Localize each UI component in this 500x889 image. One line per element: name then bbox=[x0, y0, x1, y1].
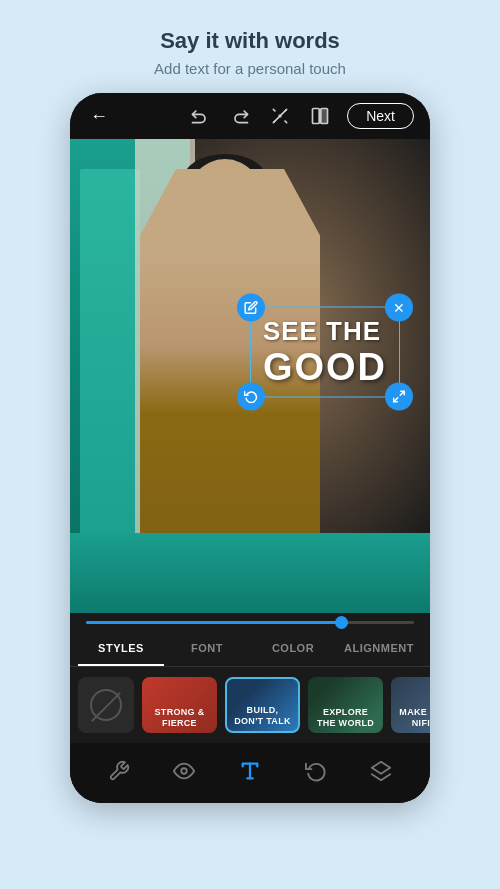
edit-handle[interactable] bbox=[237, 294, 265, 322]
compare-button[interactable] bbox=[307, 103, 333, 129]
style-label-2: BUILD,DON'T TALK bbox=[231, 705, 294, 727]
style-label-1: STRONG &FIERCE bbox=[146, 707, 213, 729]
rotate-handle[interactable] bbox=[237, 383, 265, 411]
undo-button[interactable] bbox=[187, 103, 213, 129]
bottom-surface bbox=[70, 533, 430, 613]
style-explore-world[interactable]: EXPLORETHE WORLD bbox=[308, 677, 383, 733]
svg-point-6 bbox=[182, 768, 188, 774]
nav-eye[interactable] bbox=[164, 753, 204, 789]
photo-background: ✕ SEE THE GOOD bbox=[70, 139, 430, 613]
page-title: Say it with words bbox=[154, 28, 346, 54]
slider-track[interactable] bbox=[86, 621, 414, 624]
style-label-3: EXPLORETHE WORLD bbox=[312, 707, 379, 729]
tab-color[interactable]: COLOR bbox=[250, 632, 336, 666]
nav-layers[interactable] bbox=[361, 753, 401, 789]
toolbar-left: ← bbox=[86, 103, 112, 129]
toolbar-right: Next bbox=[187, 103, 414, 129]
magic-button[interactable] bbox=[267, 103, 293, 129]
page-subtitle: Add text for a personal touch bbox=[154, 60, 346, 77]
overlay-text-line2: GOOD bbox=[263, 347, 387, 389]
svg-rect-2 bbox=[313, 109, 320, 124]
bottom-panel: STYLES FONT COLOR ALIGNMENT STRONG &FIER… bbox=[70, 632, 430, 803]
style-strong-fierce[interactable]: STRONG &FIERCE bbox=[142, 677, 217, 733]
style-none[interactable] bbox=[78, 677, 134, 733]
phone-mockup: ← bbox=[70, 93, 430, 803]
style-tabs: STYLES FONT COLOR ALIGNMENT bbox=[70, 632, 430, 667]
none-icon bbox=[90, 689, 122, 721]
slider-thumb[interactable] bbox=[335, 616, 348, 629]
next-button[interactable]: Next bbox=[347, 103, 414, 129]
text-selection-box[interactable]: ✕ SEE THE GOOD bbox=[250, 307, 400, 398]
page-header: Say it with words Add text for a persona… bbox=[114, 0, 386, 93]
nav-history[interactable] bbox=[296, 753, 336, 789]
redo-button[interactable] bbox=[227, 103, 253, 129]
tab-alignment[interactable]: ALIGNMENT bbox=[336, 632, 422, 666]
svg-rect-3 bbox=[321, 109, 328, 124]
slider-container bbox=[70, 613, 430, 632]
style-make-it-sig[interactable]: MAKE IT SIGNIFIC... bbox=[391, 677, 430, 733]
style-thumbnails: STRONG &FIERCE BUILD,DON'T TALK EXPLORET… bbox=[70, 667, 430, 743]
svg-point-1 bbox=[279, 114, 282, 117]
phone-toolbar: ← bbox=[70, 93, 430, 139]
text-overlay-container[interactable]: ✕ SEE THE GOOD bbox=[250, 307, 400, 398]
style-label-4: MAKE IT SIGNIFIC... bbox=[395, 707, 430, 729]
nav-text[interactable] bbox=[230, 753, 270, 789]
back-button[interactable]: ← bbox=[86, 103, 112, 129]
close-handle[interactable]: ✕ bbox=[385, 294, 413, 322]
style-build-dont-talk[interactable]: BUILD,DON'T TALK bbox=[225, 677, 300, 733]
overlay-text-line1: SEE THE bbox=[263, 316, 387, 347]
bottom-nav bbox=[70, 743, 430, 803]
slider-fill bbox=[86, 621, 348, 624]
tab-styles[interactable]: STYLES bbox=[78, 632, 164, 666]
svg-marker-9 bbox=[372, 762, 390, 774]
photo-area: ✕ SEE THE GOOD bbox=[70, 139, 430, 613]
scale-handle[interactable] bbox=[385, 383, 413, 411]
tab-font[interactable]: FONT bbox=[164, 632, 250, 666]
nav-tools[interactable] bbox=[99, 753, 139, 789]
